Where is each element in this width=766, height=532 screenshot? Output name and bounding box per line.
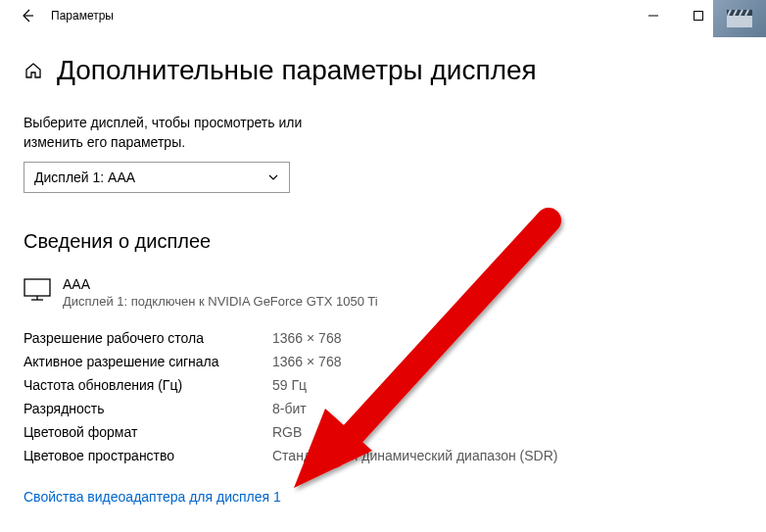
display-select[interactable]: Дисплей 1: AAA [24,162,290,193]
home-icon[interactable] [24,61,43,80]
arrow-left-icon [20,8,35,24]
back-button[interactable] [8,0,47,31]
table-row: Разрешение рабочего стола 1366 × 768 [24,330,742,346]
info-value: 8-бит [272,401,307,416]
minimize-icon [648,11,658,21]
titlebar: Параметры [0,0,766,31]
table-row: Цветовой формат RGB [24,424,742,440]
svg-rect-11 [24,279,50,296]
maximize-icon [694,11,703,21]
window-title: Параметры [51,9,114,23]
table-row: Цветовое пространство Стандартный динами… [24,448,742,463]
page-title: Дополнительные параметры дисплея [57,55,537,86]
monitor-icon [24,278,51,302]
table-row: Разрядность 8-бит [24,401,742,416]
main-content: Дополнительные параметры дисплея Выберит… [0,31,766,505]
info-label: Частота обновления (Гц) [24,377,272,393]
app-badge [713,0,766,37]
adapter-properties-link[interactable]: Свойства видеоадаптера для дисплея 1 [24,489,281,505]
chevron-down-icon [267,171,279,183]
minimize-button[interactable] [631,0,676,31]
display-select-value: Дисплей 1: AAA [34,169,135,185]
info-label: Цветовое пространство [24,448,272,463]
info-value: 1366 × 768 [272,354,341,369]
info-label: Активное разрешение сигнала [24,354,272,369]
svg-rect-5 [727,16,752,27]
info-value: Стандартный динамический диапазон (SDR) [272,448,557,463]
svg-rect-2 [694,12,703,21]
info-label: Разрядность [24,401,272,416]
info-table: Разрешение рабочего стола 1366 × 768 Акт… [24,330,742,463]
info-value: 1366 × 768 [272,330,341,346]
table-row: Активное разрешение сигнала 1366 × 768 [24,354,742,369]
instruction-text: Выберите дисплей, чтобы просмотреть или … [24,114,337,152]
info-label: Цветовой формат [24,424,272,440]
info-label: Разрешение рабочего стола [24,330,272,346]
display-name: AAA [63,276,378,292]
info-value: 59 Гц [272,377,307,393]
info-value: RGB [272,424,302,440]
section-title: Сведения о дисплее [24,230,742,253]
clapperboard-icon [725,8,754,29]
display-sub: Дисплей 1: подключен к NVIDIA GeForce GT… [63,294,378,309]
table-row: Частота обновления (Гц) 59 Гц [24,377,742,393]
display-info-row: AAA Дисплей 1: подключен к NVIDIA GeForc… [24,276,742,309]
page-header: Дополнительные параметры дисплея [24,55,742,86]
